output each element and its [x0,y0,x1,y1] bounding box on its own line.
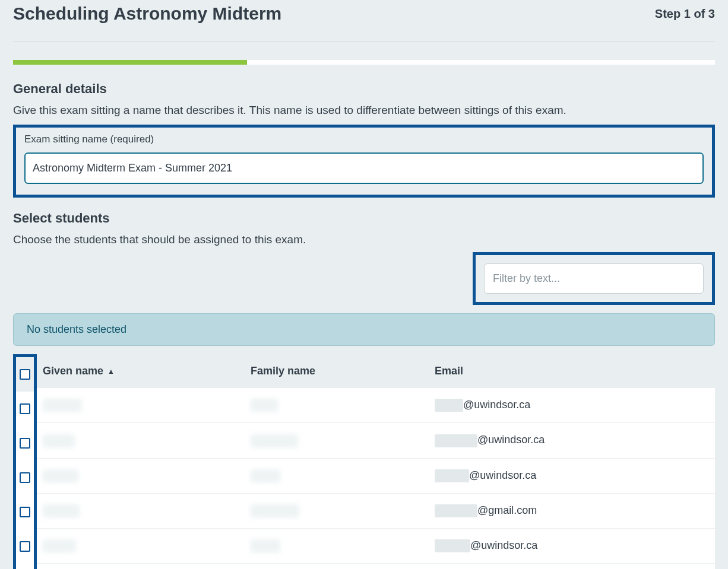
table-row: @uwindsor.ca [37,529,715,564]
family-name-redacted [251,469,280,482]
email-prefix-redacted [435,539,470,552]
selection-status-banner: No students selected [13,313,715,346]
family-name-redacted [251,434,298,447]
filter-input[interactable] [484,263,704,294]
email-domain: @uwindsor.ca [463,399,530,411]
row-checkbox[interactable] [20,507,30,517]
col-header-family-name-label: Family name [251,365,315,377]
select-students-heading: Select students [13,211,715,226]
given-name-redacted [43,469,78,482]
row-checkbox[interactable] [20,472,30,483]
col-header-email-label: Email [435,365,463,377]
col-header-email[interactable]: Email [429,354,715,388]
divider [13,42,715,42]
row-checkbox[interactable] [20,403,30,414]
table-row: @uwindsor.ca [37,423,715,458]
exam-name-highlight: Exam sitting name (required) [13,125,715,198]
checkbox-column-highlight [13,354,37,569]
family-name-redacted [251,504,299,517]
general-details-heading: General details [13,81,715,97]
col-header-given-name[interactable]: Given name ▲ [37,354,245,388]
email-domain: @gmail.com [477,504,537,516]
given-name-redacted [43,539,76,552]
students-table: Given name ▲ Family name Email @uwindsor… [13,354,715,569]
given-name-redacted [43,399,82,412]
table-row: @uwindsor.ca [37,388,715,423]
select-students-desc: Choose the students that should be assig… [13,232,715,248]
exam-name-input[interactable] [24,152,704,184]
select-all-checkbox[interactable] [20,369,30,380]
progress-fill [13,60,247,65]
page-title: Scheduling Astronomy Midterm [13,4,281,24]
email-prefix-redacted [435,434,477,447]
col-header-family-name[interactable]: Family name [245,354,429,388]
col-header-given-name-label: Given name [43,365,103,377]
general-details-desc: Give this exam sitting a name that descr… [13,103,715,119]
step-indicator: Step 1 of 3 [655,7,715,21]
email-domain: @uwindsor.ca [469,469,536,481]
filter-highlight [473,252,715,305]
email-prefix-redacted [435,469,469,482]
family-name-redacted [251,399,278,412]
table-row: @uwindsor.ca [37,564,715,569]
exam-name-label: Exam sitting name (required) [24,133,704,145]
email-prefix-redacted [435,399,463,412]
table-row: @gmail.com [37,493,715,528]
sort-asc-icon: ▲ [107,367,115,376]
email-domain: @uwindsor.ca [470,539,537,551]
email-domain: @uwindsor.ca [477,434,545,446]
family-name-redacted [251,539,280,552]
given-name-redacted [43,434,75,447]
row-checkbox[interactable] [20,438,30,449]
progress-bar [13,60,715,65]
row-checkbox[interactable] [20,541,30,552]
table-row: @uwindsor.ca [37,458,715,493]
given-name-redacted [43,504,80,517]
email-prefix-redacted [435,504,477,517]
